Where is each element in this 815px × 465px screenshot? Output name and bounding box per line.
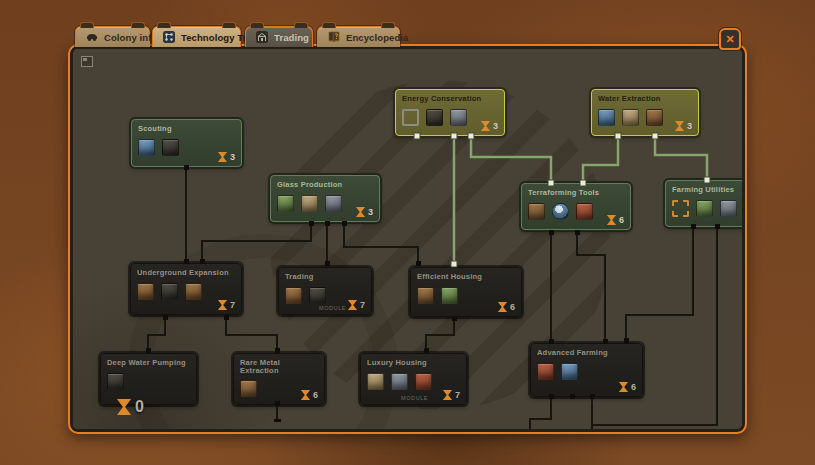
market-building-icon [255, 30, 269, 44]
furnace-item-icon [301, 195, 318, 212]
excavator-item-icon [161, 283, 178, 300]
glassworks-item-icon [277, 195, 294, 212]
tech-node-title: Advanced Farming [537, 349, 636, 357]
field-frame-item-icon [672, 200, 689, 217]
window-resize-icon[interactable] [81, 56, 93, 67]
module-sublabel: MODULE [401, 395, 428, 401]
mining-rig-item-icon [240, 380, 257, 397]
tech-node-title: Rare Metal Extraction [240, 359, 318, 374]
hourglass-cost-icon [356, 207, 365, 217]
globe-item-icon [552, 203, 569, 220]
tech-node-rare-metal-extraction[interactable]: Rare Metal Extraction 6 [233, 353, 325, 405]
resident-item-icon [415, 373, 432, 390]
tech-node-advanced-farming[interactable]: Advanced Farming 6 [530, 343, 643, 397]
silo-item-icon [720, 200, 737, 217]
hourglass-cost-icon [481, 121, 490, 131]
terraformer-item-icon [576, 203, 593, 220]
hydroponics-item-icon [561, 363, 578, 380]
tech-node-efficient-housing[interactable]: Efficient Housing 6 [410, 267, 522, 317]
tech-node-title: Efficient Housing [417, 273, 515, 281]
tech-tree-canvas[interactable]: Scouting 3 Energy Conservation 3 Water E… [73, 49, 742, 429]
research-cost: 7 [348, 300, 365, 310]
close-button[interactable]: ✕ [719, 28, 741, 50]
rover-icon [85, 30, 99, 44]
tech-node-title: Scouting [138, 125, 235, 133]
tech-node-title: Underground Expansion [137, 269, 235, 277]
technology-tree-screen: Colony info Technology Tree Trading Ency… [0, 0, 815, 465]
tech-node-title: Water Extraction [598, 95, 692, 103]
tech-node-terraforming-tools[interactable]: Terraforming Tools 6 [521, 183, 631, 230]
pipes-item-icon [598, 109, 615, 126]
module-sublabel: MODULE [319, 305, 346, 311]
hourglass-cost-icon [619, 382, 628, 392]
tab-technology-tree[interactable]: Technology Tree [152, 26, 241, 47]
apartment-item-icon [391, 373, 408, 390]
tech-node-underground-expansion[interactable]: Underground Expansion 7 [130, 263, 242, 315]
habitat-item-icon [441, 287, 458, 304]
tech-node-water-extraction[interactable]: Water Extraction 3 [591, 89, 699, 136]
hourglass-cost-icon [348, 300, 357, 310]
kiln-item-icon [325, 195, 342, 212]
wheel-item-icon [646, 109, 663, 126]
tech-node-glass-production[interactable]: Glass Production 3 [270, 175, 380, 222]
deep-pump-item-icon [107, 373, 124, 390]
rover-item-icon [138, 139, 155, 156]
tech-node-title: Deep Water Pumping [107, 359, 190, 367]
drill-item-icon [137, 283, 154, 300]
hourglass-cost-icon [675, 121, 684, 131]
canister-item-icon [185, 283, 202, 300]
generator-item-icon [450, 109, 467, 126]
tech-node-energy-conservation[interactable]: Energy Conservation 3 [395, 89, 505, 136]
research-cost: 3 [356, 207, 373, 217]
tab-trading[interactable]: Trading [245, 26, 313, 47]
research-cost: 7 [218, 300, 235, 310]
antenna-item-icon [309, 287, 326, 304]
research-cost: 6 [607, 215, 624, 225]
hourglass-cost-icon [117, 399, 131, 415]
dome-item-icon [417, 287, 434, 304]
close-x-icon: ✕ [725, 33, 734, 46]
tab-encyclopedia[interactable]: Encyclopedia [317, 26, 400, 47]
tech-node-title: Luxury Housing [367, 359, 460, 367]
greenhouse-item-icon [537, 363, 554, 380]
research-cost: 3 [481, 121, 498, 131]
pump-item-icon [622, 109, 639, 126]
frame-item-icon [402, 109, 419, 126]
hourglass-cost-icon [301, 390, 310, 400]
hourglass-cost-icon [218, 300, 227, 310]
tech-node-title: Glass Production [277, 181, 373, 189]
hourglass-cost-icon [218, 152, 227, 162]
hourglass-cost-icon [607, 215, 616, 225]
hourglass-cost-icon [443, 390, 452, 400]
tech-tree-panel: Scouting 3 Energy Conservation 3 Water E… [68, 44, 747, 434]
tech-node-deep-water-pumping[interactable]: Deep Water Pumping 0 [100, 353, 197, 405]
tool-item-icon [528, 203, 545, 220]
tech-node-title: Energy Conservation [402, 95, 498, 103]
research-cost: 6 [619, 382, 636, 392]
tab-label: Colony info [104, 32, 157, 43]
research-cost: 3 [218, 152, 235, 162]
research-cost: 3 [675, 121, 692, 131]
tech-node-farming-utilities[interactable]: Farming Utilities [665, 180, 742, 227]
trade-rover-item-icon [285, 287, 302, 304]
research-cost: 7 [443, 390, 460, 400]
luxury-tower-item-icon [367, 373, 384, 390]
tab-label: Trading [274, 32, 309, 43]
sign-item-icon [696, 200, 713, 217]
device-item-icon [426, 109, 443, 126]
tech-node-luxury-housing[interactable]: Luxury Housing MODULE 7 [360, 353, 467, 405]
book-icon [327, 30, 341, 44]
hourglass-cost-icon [498, 302, 507, 312]
research-cost: 6 [498, 302, 515, 312]
tab-colony-info[interactable]: Colony info [75, 26, 150, 47]
tech-node-trading[interactable]: Trading MODULE 7 [278, 267, 372, 315]
research-cost-highlighted: 0 [117, 399, 144, 415]
tech-node-title: Terraforming Tools [528, 189, 624, 197]
tab-label: Encyclopedia [346, 32, 408, 43]
research-cost: 6 [301, 390, 318, 400]
drone-item-icon [162, 139, 179, 156]
tech-node-scouting[interactable]: Scouting 3 [131, 119, 242, 167]
tech-node-title: Trading [285, 273, 365, 281]
tech-node-title: Farming Utilities [672, 186, 742, 194]
tech-grid-icon [162, 30, 176, 44]
